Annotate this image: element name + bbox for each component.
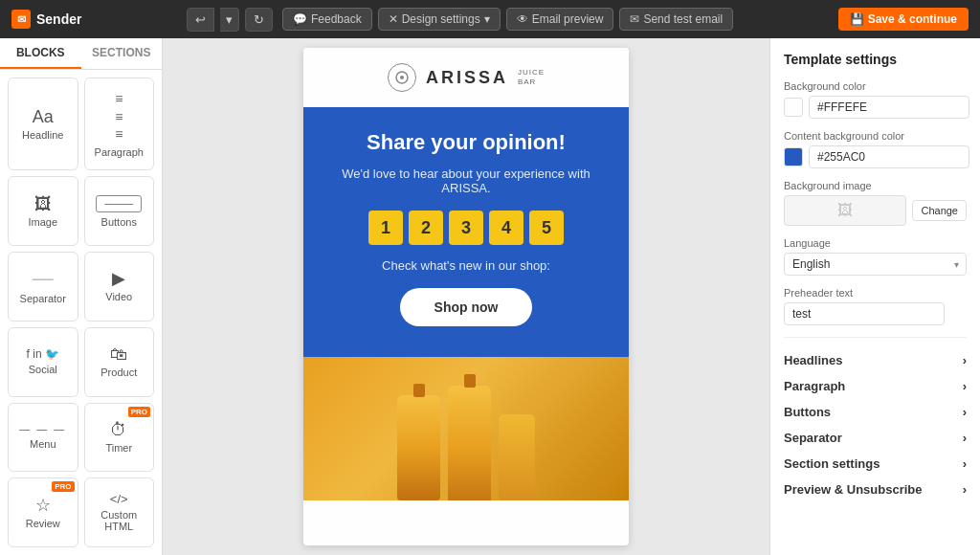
content-bg-color-label: Content background color — [784, 130, 967, 142]
preheader-input[interactable] — [784, 302, 945, 325]
tab-blocks[interactable]: BLOCKS — [0, 38, 81, 69]
bg-color-input[interactable] — [809, 96, 969, 119]
block-headline[interactable]: Aa Headline — [8, 78, 78, 170]
section-buttons[interactable]: Buttons › — [784, 399, 967, 425]
topbar-center: ↩ ▾ ↻ 💬 Feedback ✕ Design settings ▾ 👁 E… — [187, 8, 733, 32]
send-test-button[interactable]: ✉ Send test email — [619, 8, 733, 31]
image-label: Image — [28, 216, 57, 228]
settings-title: Template settings — [784, 52, 967, 67]
timer-icon: ⏱ — [110, 421, 127, 438]
product-label: Product — [100, 366, 137, 378]
email-body: Share your opinion! We'd love to hear ab… — [303, 107, 629, 357]
social-label: Social — [29, 364, 57, 375]
tab-sections[interactable]: SECTIONS — [81, 38, 163, 69]
preheader-label: Preheader text — [784, 287, 967, 299]
separator-label: Separator — [20, 293, 66, 304]
email-check-text: Check what's new in our shop: — [323, 258, 610, 273]
chevron-down-icon: › — [963, 405, 967, 419]
video-icon: ▶ — [112, 270, 125, 287]
email-header: ARISSA JUICEBAR — [303, 48, 629, 107]
block-social[interactable]: f in 🐦 Social — [8, 327, 78, 397]
email-headline: Share your opinion! — [323, 130, 610, 155]
separator-icon: — — [33, 268, 54, 289]
design-dropdown-icon: ▾ — [484, 12, 490, 26]
canvas-area: ARISSA JUICEBAR Share your opinion! We'd… — [163, 38, 769, 555]
divider-1 — [784, 337, 967, 338]
stars-row: 1 2 3 4 5 — [323, 211, 610, 245]
star-3: 3 — [449, 211, 483, 245]
paragraph-icon: ≡≡≡ — [115, 90, 122, 143]
pro-badge-timer: PRO — [128, 407, 150, 417]
block-review[interactable]: PRO ☆ Review — [8, 477, 78, 547]
chevron-down-icon: › — [963, 379, 967, 393]
design-settings-button[interactable]: ✕ Design settings ▾ — [378, 8, 501, 31]
logo-text: Sender — [36, 11, 81, 27]
svg-point-1 — [400, 76, 404, 79]
chevron-down-icon: › — [963, 482, 967, 497]
bottle-3 — [499, 414, 535, 500]
design-icon: ✕ — [389, 12, 398, 26]
undo-dropdown-button[interactable]: ▾ — [220, 8, 239, 32]
bg-color-swatch[interactable] — [784, 98, 803, 117]
logo-icon: ✉ — [11, 10, 31, 29]
block-paragraph[interactable]: ≡≡≡ Paragraph — [84, 78, 155, 170]
content-bg-color-swatch[interactable] — [784, 147, 803, 166]
chevron-down-icon: › — [963, 456, 967, 471]
email-product-image — [303, 357, 629, 500]
image-placeholder-icon: 🖼 — [837, 202, 853, 219]
language-label: Language — [784, 237, 967, 249]
star-4: 4 — [489, 211, 523, 245]
content-bg-color-input-row — [784, 145, 967, 168]
language-select[interactable]: English — [784, 253, 967, 276]
custom-html-icon: </> — [110, 493, 128, 505]
content-bg-color-input[interactable] — [809, 145, 969, 168]
bg-image-row: 🖼 Change — [784, 195, 967, 226]
language-field: Language English — [784, 237, 967, 276]
bg-image-placeholder: 🖼 — [784, 195, 906, 226]
bg-color-input-row — [784, 96, 967, 119]
redo-button[interactable]: ↻ — [245, 8, 273, 32]
section-preview-unsubscribe[interactable]: Preview & Unsubscribe › — [784, 477, 967, 502]
section-settings[interactable]: Section settings › — [784, 451, 967, 477]
shop-now-button[interactable]: Shop now — [400, 288, 533, 326]
brand-name: ARISSA — [426, 68, 508, 88]
section-separator[interactable]: Separator › — [784, 425, 967, 451]
block-product[interactable]: 🛍 Product — [84, 327, 155, 397]
topbar-left: ✉ Sender — [11, 10, 81, 29]
block-menu[interactable]: — — — Menu — [8, 403, 78, 473]
right-panel: Template settings Background color Conte… — [769, 38, 980, 555]
block-separator[interactable]: — Separator — [8, 252, 78, 322]
star-1: 1 — [368, 211, 403, 245]
menu-icon: — — — — [19, 424, 66, 434]
bg-color-label: Background color — [784, 80, 967, 92]
block-image[interactable]: 🖼 Image — [8, 176, 78, 246]
bottle-2 — [448, 386, 491, 500]
save-icon: 💾 — [850, 12, 864, 26]
preheader-field: Preheader text — [784, 287, 967, 325]
feedback-icon: 💬 — [293, 12, 307, 26]
undo-button[interactable]: ↩ — [187, 8, 214, 32]
bottle-1 — [397, 395, 440, 500]
review-label: Review — [26, 518, 60, 529]
feedback-button[interactable]: 💬 Feedback — [282, 8, 372, 31]
bg-image-field: Background image 🖼 Change — [784, 180, 967, 226]
star-2: 2 — [409, 211, 443, 245]
block-buttons[interactable]: ——— Buttons — [84, 176, 155, 246]
section-paragraph[interactable]: Paragraph › — [784, 373, 967, 399]
headline-icon: Aa — [33, 108, 54, 125]
email-preview-button[interactable]: 👁 Email preview — [506, 8, 614, 31]
eye-icon: 👁 — [517, 12, 528, 26]
pro-badge-review: PRO — [52, 481, 74, 492]
email-subtext: We'd love to hear about your experience … — [323, 166, 610, 195]
save-continue-button[interactable]: 💾 Save & continue — [838, 8, 969, 31]
send-icon: ✉ — [630, 12, 639, 26]
language-select-wrapper: English — [784, 253, 967, 276]
email-canvas: ARISSA JUICEBAR Share your opinion! We'd… — [303, 48, 629, 545]
block-video[interactable]: ▶ Video — [84, 252, 155, 322]
block-custom-html[interactable]: </> Custom HTML — [84, 477, 155, 547]
section-headlines[interactable]: Headlines › — [784, 347, 967, 373]
bg-image-change-button[interactable]: Change — [912, 200, 967, 221]
review-icon: ☆ — [35, 497, 51, 514]
brand-sub: JUICEBAR — [518, 68, 545, 88]
block-timer[interactable]: PRO ⏱ Timer — [84, 403, 155, 473]
